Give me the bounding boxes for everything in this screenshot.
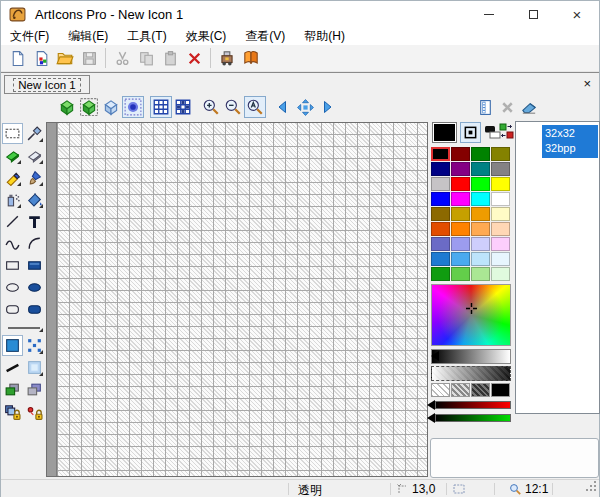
menu-view[interactable]: 查看(V) <box>245 28 285 45</box>
menu-help[interactable]: 帮助(H) <box>304 28 345 45</box>
palette-swatch[interactable] <box>471 237 490 251</box>
grid-pattern-button[interactable] <box>172 96 194 118</box>
text-tool[interactable] <box>24 211 45 232</box>
preview-3d-button[interactable] <box>100 96 122 118</box>
save-button[interactable] <box>77 46 101 70</box>
minimize-button[interactable] <box>467 1 511 27</box>
brush-tool[interactable] <box>24 167 45 188</box>
select-tool[interactable] <box>2 123 23 144</box>
cut-button[interactable] <box>110 46 134 70</box>
palette-swatch[interactable] <box>471 162 490 176</box>
palette-swatch[interactable] <box>431 162 450 176</box>
palette-swatch[interactable] <box>431 177 450 191</box>
pattern-swatch-light[interactable] <box>431 383 450 397</box>
grid-button[interactable] <box>150 96 172 118</box>
line-width-selector[interactable] <box>2 321 45 334</box>
palette-swatch[interactable] <box>451 192 470 206</box>
menu-tools[interactable]: 工具(T) <box>127 28 166 45</box>
palette-swatch[interactable] <box>431 192 450 206</box>
tab-new-icon-1[interactable]: New Icon 1 <box>4 75 90 94</box>
move-button[interactable] <box>294 96 316 118</box>
curve-tool[interactable] <box>2 233 23 254</box>
tab-close-icon[interactable]: × <box>583 75 591 92</box>
open-button[interactable] <box>53 46 77 70</box>
new-icon-button[interactable] <box>5 46 29 70</box>
maximize-button[interactable] <box>511 1 555 27</box>
palette-swatch[interactable] <box>431 222 450 236</box>
palette-swatch[interactable] <box>491 267 510 281</box>
palette-swatch[interactable] <box>491 162 510 176</box>
copy-button[interactable] <box>134 46 158 70</box>
palette-swatch[interactable] <box>451 147 470 161</box>
pattern-swatch-medium[interactable] <box>451 383 470 397</box>
pattern-swatch-black[interactable] <box>491 383 510 397</box>
rounded-rect-filled-tool[interactable] <box>24 299 45 320</box>
palette-swatch[interactable] <box>491 177 510 191</box>
palette-swatch[interactable] <box>431 147 450 161</box>
palette-swatch[interactable] <box>491 222 510 236</box>
palette-swatch[interactable] <box>491 237 510 251</box>
paste-button[interactable] <box>158 46 182 70</box>
palette-swatch[interactable] <box>471 267 490 281</box>
menu-effects[interactable]: 效果(C) <box>186 28 227 45</box>
actual-size-button[interactable] <box>244 96 266 118</box>
help-button[interactable] <box>239 46 263 70</box>
palette-swatch[interactable] <box>451 252 470 266</box>
prev-format-button[interactable] <box>272 96 294 118</box>
eraser-tool[interactable] <box>2 145 23 166</box>
palette-swatch[interactable] <box>451 177 470 191</box>
close-button[interactable]: × <box>555 1 599 27</box>
eraser-alt-tool[interactable] <box>24 145 45 166</box>
palette-swatch[interactable] <box>451 162 470 176</box>
palette-swatch[interactable] <box>471 192 490 206</box>
palette-swatch[interactable] <box>431 237 450 251</box>
clear-image-button[interactable] <box>518 96 540 118</box>
current-color-swatch[interactable] <box>432 122 457 143</box>
pattern-swatch-dark[interactable] <box>471 383 490 397</box>
rounded-rect-tool[interactable] <box>2 299 23 320</box>
palette-swatch[interactable] <box>451 222 470 236</box>
soft-square-tool[interactable] <box>24 357 45 378</box>
brightness-marker[interactable] <box>431 351 439 361</box>
delete-format-button[interactable] <box>496 96 518 118</box>
color-mode-button[interactable] <box>460 122 481 143</box>
palette-swatch[interactable] <box>491 192 510 206</box>
palette-swatch[interactable] <box>491 252 510 266</box>
test-icon-button[interactable] <box>56 96 78 118</box>
lock-hotspot-tool[interactable] <box>24 401 45 422</box>
drawing-canvas[interactable] <box>58 123 427 476</box>
palette-swatch[interactable] <box>471 252 490 266</box>
rectangle-tool[interactable] <box>2 255 23 276</box>
grab-icons-button[interactable] <box>215 46 239 70</box>
next-format-button[interactable] <box>316 96 338 118</box>
swap-colors-button[interactable] <box>499 123 514 140</box>
format-item-selected[interactable]: 32x32 32bpp <box>542 125 598 158</box>
palette-swatch[interactable] <box>491 207 510 221</box>
smooth-button[interactable] <box>122 96 144 118</box>
alpha-bar[interactable] <box>431 366 511 381</box>
brightness-bar[interactable] <box>431 349 511 364</box>
palette-swatch[interactable] <box>471 222 490 236</box>
lock-layers-tool[interactable] <box>2 401 23 422</box>
layer-copy-tool[interactable] <box>2 379 23 400</box>
palette-swatch[interactable] <box>471 207 490 221</box>
palette-swatch[interactable] <box>451 267 470 281</box>
resize-grip[interactable] <box>585 480 597 495</box>
zoom-out-button[interactable] <box>222 96 244 118</box>
palette-swatch[interactable] <box>431 252 450 266</box>
rectangle-filled-tool[interactable] <box>24 255 45 276</box>
ellipse-tool[interactable] <box>2 277 23 298</box>
red-channel-bar[interactable] <box>435 401 511 409</box>
layer-paste-tool[interactable] <box>24 379 45 400</box>
fill-tool[interactable] <box>24 189 45 210</box>
arc-tool[interactable] <box>24 233 45 254</box>
new-from-image-button[interactable] <box>29 46 53 70</box>
color-picker-tool[interactable] <box>24 123 45 144</box>
zoom-in-button[interactable] <box>200 96 222 118</box>
palette-swatch[interactable] <box>491 147 510 161</box>
dither-tool[interactable] <box>24 335 45 356</box>
format-list[interactable]: 32x32 32bpp <box>515 121 600 414</box>
formats-button[interactable] <box>474 96 496 118</box>
palette-swatch[interactable] <box>471 177 490 191</box>
palette-swatch[interactable] <box>431 267 450 281</box>
